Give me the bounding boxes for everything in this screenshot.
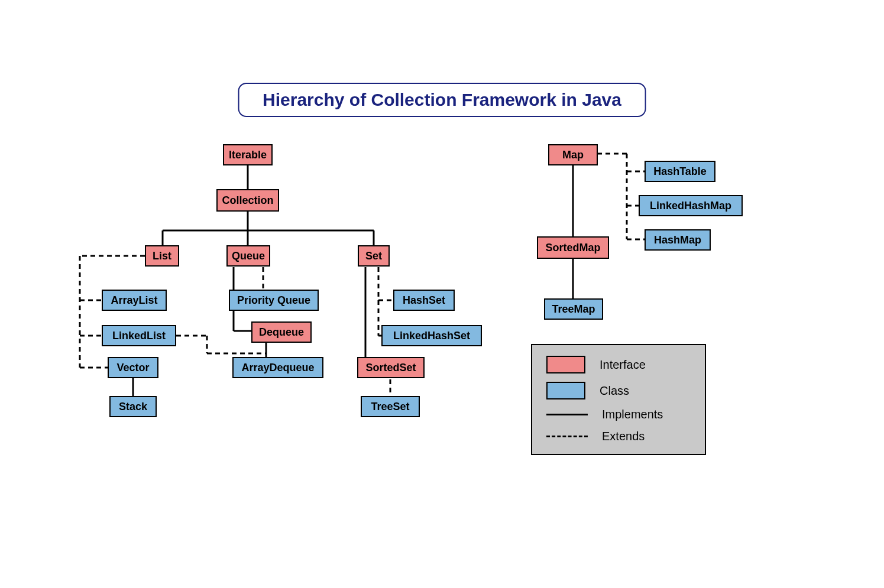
node-linkedlist: LinkedList	[102, 325, 176, 346]
node-set: Set	[358, 245, 390, 267]
node-arraydequeue: ArrayDequeue	[232, 357, 323, 378]
node-iterable: Iterable	[223, 144, 273, 165]
node-collection: Collection	[216, 189, 279, 212]
legend-class-swatch	[546, 382, 585, 399]
node-sortedmap: SortedMap	[537, 236, 609, 259]
node-list: List	[145, 245, 179, 267]
node-linkedhashset: LinkedHashSet	[381, 325, 482, 346]
legend-implements-label: Implements	[602, 408, 663, 421]
legend-implements: Implements	[546, 408, 691, 421]
legend-extends: Extends	[546, 430, 691, 443]
node-sortedset: SortedSet	[357, 357, 425, 378]
legend-interface-swatch	[546, 356, 585, 373]
node-vector: Vector	[108, 357, 158, 378]
node-arraylist: ArrayList	[102, 290, 167, 311]
node-dequeue: Dequeue	[251, 321, 312, 343]
node-linkedhashmap: LinkedHashMap	[639, 195, 743, 216]
node-treemap: TreeMap	[544, 298, 603, 320]
node-queue: Queue	[226, 245, 270, 267]
node-priorityqueue: Priority Queue	[229, 290, 319, 311]
node-stack: Stack	[109, 396, 157, 417]
legend-class: Class	[546, 382, 691, 399]
node-hashset: HashSet	[393, 290, 455, 311]
diagram-title: Hierarchy of Collection Framework in Jav…	[238, 83, 646, 117]
node-map: Map	[548, 144, 598, 165]
legend-class-label: Class	[600, 384, 629, 398]
legend-extends-label: Extends	[602, 430, 645, 443]
node-hashmap: HashMap	[645, 229, 711, 251]
node-hashtable: HashTable	[645, 161, 715, 182]
legend: Interface Class Implements Extends	[531, 344, 706, 455]
legend-solid-line	[546, 414, 588, 415]
legend-interface: Interface	[546, 356, 691, 373]
legend-dashed-line	[546, 436, 588, 437]
legend-interface-label: Interface	[600, 358, 646, 372]
node-treeset: TreeSet	[361, 396, 420, 417]
